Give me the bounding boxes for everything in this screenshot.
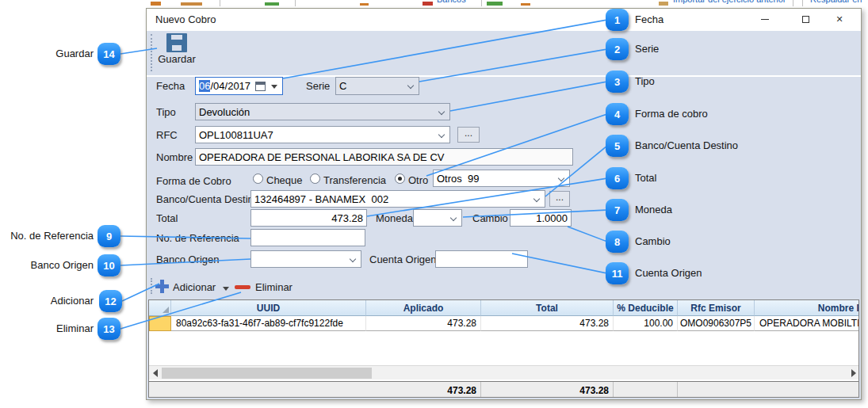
delete-icon — [235, 285, 250, 289]
background-toolbar-icon — [151, 2, 161, 6]
tipo-select[interactable]: Devolución — [195, 103, 450, 120]
chevron-down-icon — [558, 175, 564, 181]
callout-label-cuenta-origen: Cuenta Origen — [635, 267, 702, 279]
radio-cheque-label[interactable]: Cheque — [266, 174, 303, 186]
nombre-field: OPERADORA DE PERSONAL LABORIKA SA DE CV — [195, 148, 573, 166]
banco-destino-combo[interactable]: 132464897 - BANAMEX 002 — [250, 190, 545, 208]
row-cell-rfc-emisor[interactable]: OMO0906307P5 — [678, 316, 755, 331]
callout-label-eliminar: Eliminar — [0, 322, 94, 334]
callout-badge-10: 10 — [98, 254, 120, 276]
radio-otro[interactable] — [395, 173, 405, 184]
callout-label-banco-origen: Banco Origen — [0, 259, 94, 271]
delete-button[interactable]: Eliminar — [255, 281, 293, 293]
radio-otro-label[interactable]: Otro — [408, 174, 428, 186]
callout-badge-1: 1 — [606, 9, 629, 31]
toolbar-divider — [793, 0, 793, 6]
minimize-button[interactable] — [751, 10, 779, 29]
add-icon — [155, 279, 170, 294]
banco-origen-select[interactable] — [250, 250, 361, 268]
background-link-respaldar[interactable]: Respaldar en — [810, 0, 862, 4]
cambio-input[interactable]: 1.0000 — [510, 209, 572, 227]
callout-label-tipo: Tipo — [635, 75, 655, 87]
column-header-aplicado[interactable]: Aplicado — [366, 300, 481, 316]
add-dropdown-icon[interactable] — [223, 287, 229, 291]
serie-label: Serie — [306, 80, 330, 92]
fecha-input[interactable]: 06/04/2017 — [195, 77, 283, 95]
column-header-rfc-emisor[interactable]: Rfc Emisor — [678, 300, 755, 316]
tipo-value: Devolución — [199, 106, 250, 118]
row-cell-aplicado[interactable]: 473.28 — [366, 316, 481, 331]
titlebar: Nuevo Cobro ✕ — [147, 9, 861, 31]
banco-origen-label: Banco Origen — [156, 254, 220, 265]
column-header-nombre-emisor[interactable]: Nombre Emisor — [755, 300, 859, 316]
callout-badge-5: 5 — [606, 135, 629, 157]
horizontal-scrollbar[interactable] — [149, 365, 859, 379]
fecha-dropdown-icon[interactable] — [271, 85, 277, 89]
rfc-browse-button[interactable]: ... — [457, 127, 480, 143]
close-button[interactable]: ✕ — [825, 10, 854, 29]
moneda-select[interactable] — [413, 209, 462, 227]
serie-select[interactable]: C — [335, 77, 419, 95]
calendar-icon[interactable] — [255, 82, 266, 91]
callout-label-total: Total — [635, 172, 656, 184]
nombre-value: OPERADORA DE PERSONAL LABORIKA SA DE CV — [199, 151, 444, 163]
callout-badge-14: 14 — [98, 43, 120, 65]
grid-toolbar-gripper[interactable] — [151, 278, 152, 294]
total-input[interactable]: 473.28 — [250, 209, 367, 227]
nuevo-cobro-window: Nuevo Cobro ✕ Guardar Fecha 06/04/2017 S… — [146, 8, 862, 400]
callout-label-guardar: Guardar — [0, 48, 94, 59]
row-selector-cell[interactable] — [149, 316, 171, 331]
serie-value: C — [339, 80, 346, 92]
row-cell-deducible[interactable]: 100.00 — [614, 316, 678, 331]
moneda-label: Moneda — [376, 212, 413, 224]
callout-label-banco-destino: Banco/Cuenta Destino — [635, 139, 738, 151]
background-toolbar-icon — [265, 2, 279, 6]
column-header-total[interactable]: Total — [481, 300, 614, 316]
totals-aplicado: 473.28 — [366, 382, 481, 398]
callout-label-cambio: Cambio — [635, 235, 671, 247]
add-button[interactable]: Adicionar — [173, 281, 216, 293]
otros-select[interactable]: Otros 99 — [433, 170, 570, 187]
otros-value: Otros 99 — [437, 173, 479, 185]
row-cell-nombre-emisor[interactable]: OPERADORA MOBILTEL, S — [755, 316, 859, 331]
chevron-down-icon — [450, 215, 457, 221]
background-link-bancos[interactable]: Bancos — [437, 0, 466, 4]
callout-badge-6: 6 — [606, 167, 629, 189]
scroll-left-icon[interactable] — [153, 369, 158, 377]
maximize-button[interactable] — [791, 10, 820, 29]
callout-badge-2: 2 — [606, 38, 629, 60]
row-cell-total[interactable]: 473.28 — [481, 316, 614, 331]
column-header-deducible[interactable]: % Deducible — [614, 300, 678, 316]
column-header-uuid[interactable]: UUID — [171, 300, 366, 316]
fecha-selected-segment: 06 — [199, 80, 210, 92]
radio-transferencia-label[interactable]: Transferencia — [323, 174, 386, 186]
background-link-importar[interactable]: Importar del ejercicio anterior — [673, 0, 786, 4]
close-icon: ✕ — [835, 14, 843, 25]
toolbar-gripper[interactable] — [151, 34, 152, 71]
banco-destino-browse-button[interactable]: ... — [549, 191, 570, 207]
cuenta-origen-input[interactable] — [435, 250, 528, 268]
background-toolbar-icon — [487, 2, 503, 6]
scrollbar-thumb[interactable] — [162, 368, 372, 379]
row-cell-uuid[interactable]: 80a92c63-fa31-46f7-ab89-cf7fc9122fde — [171, 316, 366, 331]
help-page: Bancos Importar del ejercicio anterior R… — [0, 0, 868, 408]
save-button[interactable]: Guardar — [154, 32, 200, 74]
minimize-icon — [761, 19, 769, 20]
background-toolbar-icon — [521, 3, 530, 6]
radio-cheque[interactable] — [253, 173, 263, 184]
save-button-label: Guardar — [154, 53, 200, 65]
cambio-label: Cambio — [472, 212, 508, 224]
select-all-header[interactable] — [149, 300, 171, 316]
maximize-icon — [802, 16, 809, 23]
banco-destino-label: Banco/Cuenta Destino — [156, 193, 259, 205]
chevron-down-icon — [407, 82, 414, 89]
rfc-value: OPL100811UA7 — [199, 129, 273, 141]
uuid-grid: UUID Aplicado Total % Deducible Rfc Emis… — [148, 299, 859, 398]
scroll-right-icon[interactable] — [851, 369, 856, 377]
rfc-label: RFC — [156, 129, 178, 141]
radio-transferencia[interactable] — [310, 173, 320, 184]
rfc-combo[interactable]: OPL100811UA7 — [195, 126, 450, 143]
select-all-icon — [163, 307, 169, 313]
referencia-input[interactable] — [250, 229, 365, 246]
callout-label-adicionar: Adicionar — [0, 295, 94, 307]
